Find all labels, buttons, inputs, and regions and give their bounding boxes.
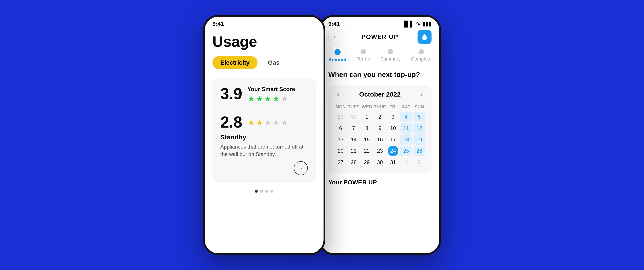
step-amount: Amount [328,49,346,63]
battery-icon: ▮▮▮ [422,20,432,27]
calendar: ‹ October 2022 › MON TUES WED THUR FRI S… [328,85,432,173]
cal-day-1[interactable]: 1 [361,112,373,122]
cal-day-6[interactable]: 6 [334,123,347,133]
tab-gas[interactable]: Gas [260,56,288,69]
cal-day-24[interactable]: 24 [387,146,399,156]
cal-day-sep30[interactable]: 30 [348,112,360,122]
step-label-terms: Terms [357,56,370,62]
day-header-sun: SUN [413,103,426,111]
standby-title: Standby [220,133,308,141]
cal-day-11[interactable]: 11 [400,123,412,133]
day-header-mon: MON [334,103,347,111]
status-bar-left: 9:41 [204,16,324,29]
cal-day-25[interactable]: 25 [400,146,412,156]
topbar: ← POWER UP [328,29,432,44]
star-1: ★ [248,94,255,104]
cal-day-sep29[interactable]: 29 [334,112,347,122]
step-label-summary: Summary [380,56,401,62]
cal-day-13[interactable]: 13 [334,134,347,145]
star-5: ★ [281,94,288,104]
step-label-complete: Complete [411,56,432,62]
page-title-left: Usage [212,33,316,50]
tab-electricity[interactable]: Electricity [212,56,258,69]
standby-score-value: 2.8 [220,114,242,130]
cal-day-14[interactable]: 14 [348,134,360,145]
day-header-thur: THUR [374,103,386,111]
dot-1 [255,190,258,193]
back-button[interactable]: ← [328,30,342,44]
cal-day-28[interactable]: 28 [348,157,360,168]
wifi-icon: ∿ [416,20,420,27]
cal-day-2[interactable]: 2 [374,112,386,122]
standby-star-5: ★ [281,118,288,127]
day-header-wed: WED [361,103,373,111]
your-powerup-label: Your POWER UP [328,179,432,186]
next-month-button[interactable]: › [418,90,426,99]
cal-day-12[interactable]: 12 [413,123,426,133]
page-dots [212,190,316,193]
step-dot-terms [361,49,366,54]
cal-day-18[interactable]: 18 [400,134,412,145]
step-complete: Complete [411,49,432,63]
day-header-tues: TUES [348,103,360,111]
cal-day-20[interactable]: 20 [334,146,347,156]
standby-star-1: ★ [248,118,255,127]
cal-day-17[interactable]: 17 [387,134,399,145]
question-text: When can you next top-up? [328,70,432,79]
prev-month-button[interactable]: ‹ [334,90,342,99]
cal-day-26[interactable]: 26 [413,146,426,156]
cal-day-3[interactable]: 3 [387,112,399,122]
app-title: POWER UP [362,33,398,40]
cal-day-8[interactable]: 8 [361,123,373,133]
cal-day-9[interactable]: 9 [374,123,386,133]
cal-day-22[interactable]: 22 [361,146,373,156]
cal-day-23[interactable]: 23 [374,146,386,156]
step-dot-complete [418,49,424,54]
cal-day-27[interactable]: 27 [334,157,347,168]
tab-row: Electricity Gas [212,56,316,69]
step-dot-amount [334,49,340,55]
cal-day-4[interactable]: 4 [400,112,412,122]
smart-score-value: 3.9 [220,86,242,102]
cal-day-nov1[interactable]: 1 [400,157,412,168]
cal-day-31[interactable]: 31 [387,157,399,168]
logo-button[interactable] [418,30,432,44]
dot-4 [270,190,274,193]
cal-day-7[interactable]: 7 [348,123,360,133]
cal-day-29[interactable]: 29 [361,157,373,168]
cal-day-19[interactable]: 19 [413,134,426,145]
cal-day-10[interactable]: 10 [387,123,399,133]
cal-day-15[interactable]: 15 [361,134,373,145]
status-icons-right: ▐▌▌ ∿ ▮▮▮ [402,20,432,27]
arrow-button[interactable]: → [294,161,308,175]
dot-3 [265,190,268,193]
star-4: ★ [272,94,280,104]
cal-day-5[interactable]: 5 [413,112,426,122]
phone-right: 9:41 ▐▌▌ ∿ ▮▮▮ ← POWER UP [319,15,441,255]
cal-day-21[interactable]: 21 [348,146,360,156]
step-summary: Summary [380,49,401,63]
standby-description: Appliances that are not turned off at th… [220,143,308,158]
cal-day-nov2[interactable]: 2 [413,157,426,168]
status-bar-right: 9:41 ▐▌▌ ∿ ▮▮▮ [320,16,440,29]
calendar-header: ‹ October 2022 › [334,90,426,99]
phones-container: 9:41 Usage Electricity Gas 3.9 Your Smar… [203,15,441,255]
step-terms: Terms [357,49,370,63]
status-time-right: 9:41 [328,20,340,27]
cal-day-16[interactable]: 16 [374,134,386,145]
step-label-amount: Amount [328,57,346,63]
smart-score-card: 3.9 Your Smart Score ★ ★ ★ ★ ★ [212,78,316,183]
star-2: ★ [256,94,263,104]
steps: Amount Terms Summary Complete [328,49,432,63]
phone-left: 9:41 Usage Electricity Gas 3.9 Your Smar… [203,15,325,255]
star-3: ★ [264,94,272,104]
smart-score-label: Your Smart Score [248,86,295,93]
smart-score-stars: ★ ★ ★ ★ ★ [248,94,295,104]
status-time-left: 9:41 [212,20,224,27]
cal-day-24-selected[interactable]: 24 [388,146,398,156]
standby-star-3: ★ [264,118,272,127]
signal-icon: ▐▌▌ [402,20,414,27]
step-dot-summary [388,49,393,54]
cal-day-30[interactable]: 30 [374,157,386,168]
standby-star-2: ★ [256,118,263,127]
